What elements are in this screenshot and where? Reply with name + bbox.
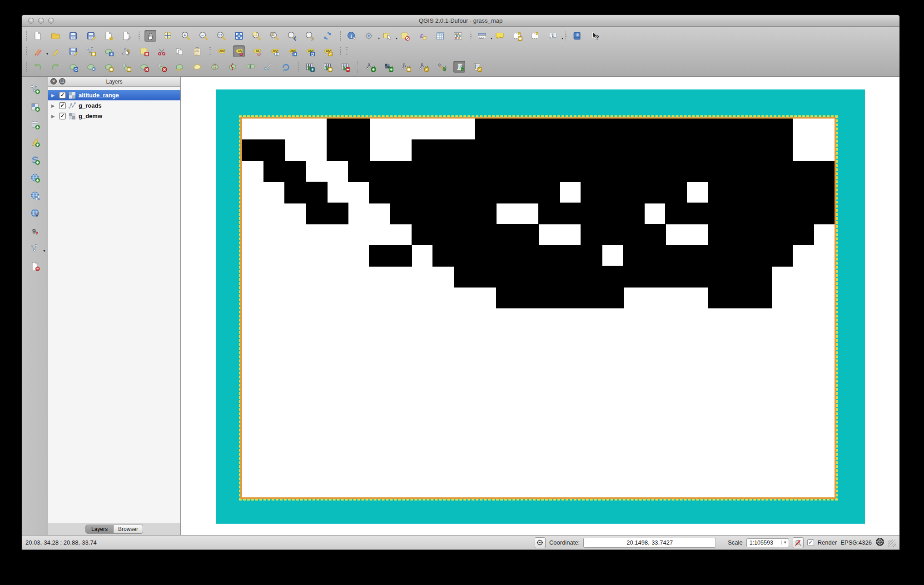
grass-region-edit-icon[interactable] [471,61,483,73]
rotate-label-icon[interactable]: abc [304,45,316,57]
pan-to-selection-icon[interactable] [162,30,174,42]
layer-visibility-checkbox[interactable]: ✓ [59,113,66,119]
render-checkbox[interactable]: ✓ [807,539,814,546]
grass-open-mapset-icon[interactable] [304,61,316,73]
cut-features-icon[interactable] [156,45,168,57]
redo-icon[interactable] [50,61,61,73]
copy-features-icon[interactable] [174,45,185,57]
add-spatialite-layer-icon[interactable] [29,136,41,148]
node-tool-icon[interactable] [120,45,132,57]
zoom-to-selection-icon[interactable] [251,30,263,42]
add-ring-icon[interactable] [103,61,114,73]
show-hide-labels-icon[interactable]: abc [268,45,280,57]
zoom-to-layer-icon[interactable] [268,30,280,42]
toggle-editing-icon[interactable] [50,45,61,57]
new-project-icon[interactable] [32,30,44,42]
split-parts-icon[interactable] [209,61,221,73]
resize-grip[interactable] [888,540,896,547]
zoom-full-icon[interactable] [233,30,245,42]
grass-tools-icon[interactable] [436,61,447,73]
dropdown-arrow-icon[interactable]: ▾ [43,249,45,253]
reshape-features-icon[interactable] [191,61,203,73]
map-tips-icon[interactable] [494,30,506,42]
add-mssql-layer-icon[interactable] [29,154,41,166]
simplify-feature-icon[interactable] [85,61,97,73]
close-window-icon[interactable] [28,18,34,24]
add-oracle-georaster-layer-icon[interactable]: 9 [29,225,41,237]
add-wfs-layer-icon[interactable] [29,207,41,219]
layer-item-g_demw[interactable]: ▶✓g_demw [48,111,180,121]
toolbar-drag-handle[interactable] [25,31,28,41]
composer-manager-icon[interactable] [120,30,132,42]
scale-combobox[interactable]: 1:105593 ▼ [746,538,789,547]
refresh-map-icon[interactable] [322,30,333,42]
remove-layer-icon[interactable] [29,260,41,272]
save-project-as-icon[interactable] [85,30,97,42]
deselect-features-icon[interactable] [399,30,411,42]
whats-this-icon[interactable]: ? [589,30,601,42]
delete-part-icon[interactable] [156,61,168,73]
add-wms-layer-icon[interactable] [29,172,41,183]
panel-detach-icon[interactable]: ❑ [59,78,65,84]
undo-icon[interactable] [32,61,44,73]
pin-label-icon[interactable]: ab [251,45,263,57]
scale-dropdown-icon[interactable]: ▼ [781,540,789,545]
save-layer-edits-icon[interactable] [67,45,79,57]
select-features-icon[interactable]: ▾ [381,30,393,42]
grass-edit-vector-icon[interactable] [365,61,377,73]
new-bookmark-icon[interactable] [512,30,523,42]
toolbar-drag-handle[interactable] [339,31,342,41]
add-feature-icon[interactable] [85,45,97,57]
add-postgis-layer-icon[interactable] [29,119,41,130]
change-label-icon[interactable]: abc [322,45,333,57]
merge-features-icon[interactable] [244,61,256,73]
measure-line-icon[interactable]: ▾ [476,30,488,42]
dropdown-arrow-icon[interactable]: ▾ [396,36,397,40]
stop-render-icon[interactable] [793,537,804,548]
toolbar-drag-handle[interactable] [346,46,348,56]
identify-features-icon[interactable]: i [346,30,358,42]
move-label-icon[interactable]: abc [286,45,298,57]
new-print-composer-icon[interactable] [103,30,114,42]
layer-visibility-checkbox[interactable]: ✓ [59,92,66,99]
open-project-icon[interactable] [50,30,61,42]
add-wcs-layer-icon[interactable] [29,189,41,201]
layer-item-g_roads[interactable]: ▶✓g_roads [48,100,180,111]
select-by-expression-icon[interactable]: ε [417,30,428,42]
dropdown-arrow-icon[interactable]: ▾ [561,36,563,40]
toolbar-drag-handle[interactable] [339,46,342,56]
offset-curve-icon[interactable] [174,61,185,73]
add-raster-layer-icon[interactable] [29,101,41,113]
pan-map-icon[interactable] [144,30,156,42]
tab-layers[interactable]: Layers [85,525,114,534]
merge-attributes-icon[interactable] [262,61,274,73]
grass-edit-attributes-icon[interactable] [418,61,430,73]
grass-close-mapset-icon[interactable] [339,61,351,73]
title-bar[interactable]: QGIS 2.0.1-Dufour - grass_map [22,15,899,27]
show-bookmarks-icon[interactable] [529,30,541,42]
toolbar-drag-handle[interactable] [138,31,141,41]
set-label-icon[interactable]: ab [233,45,245,57]
zoom-next-icon[interactable] [304,30,316,42]
layer-visibility-checkbox[interactable]: ✓ [59,102,66,109]
help-contents-icon[interactable]: ? [571,30,583,42]
grass-edit-raster-icon[interactable] [383,61,394,73]
map-canvas[interactable] [181,77,899,535]
paste-features-icon[interactable] [191,45,203,57]
toolbar-drag-handle[interactable] [470,31,472,41]
zoom-last-icon[interactable] [286,30,298,42]
coordinate-input[interactable]: 20.1498,-33.7427 [583,538,716,548]
grass-new-mapset-icon[interactable] [322,61,333,73]
toolbar-drag-handle[interactable] [25,46,28,56]
toolbar-drag-handle[interactable] [565,31,567,41]
toolbar-drag-handle[interactable] [298,62,300,72]
delete-ring-icon[interactable] [138,61,150,73]
zoom-native-icon[interactable]: 1:1 [215,30,227,42]
field-calculator-icon[interactable] [452,30,464,42]
expand-arrow-icon[interactable]: ▶ [51,114,56,119]
layer-item-altitude_range[interactable]: ▶✓altitude_range [48,90,180,100]
save-project-icon[interactable] [67,30,79,42]
grass-region-display-icon[interactable] [453,61,465,73]
open-attribute-table-icon[interactable] [434,30,446,42]
zoom-out-icon[interactable]: − [198,30,209,42]
